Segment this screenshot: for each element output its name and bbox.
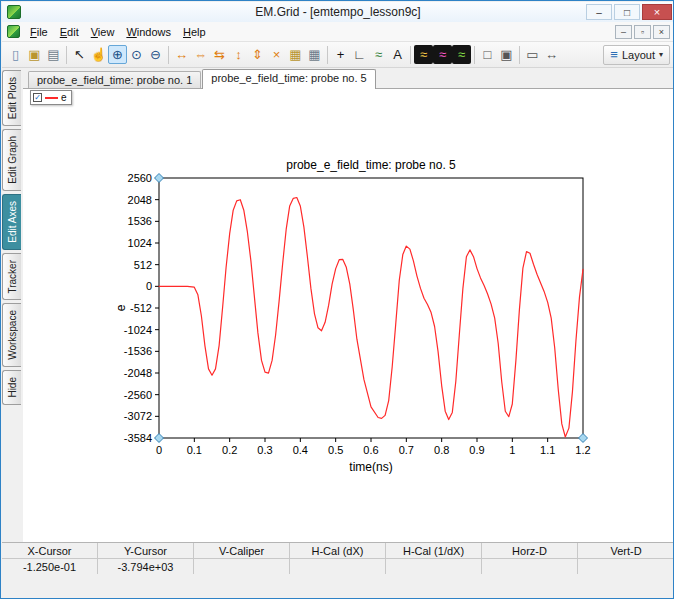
y-tick-label: -2048 [124,367,152,379]
legend-box[interactable]: ✓ e [30,90,72,105]
legend-label: e [61,92,67,103]
x-tick-label: 0.6 [363,444,378,456]
toolbar-separator [410,46,411,64]
plot-tab-bar: probe_e_field_time: probe no. 1probe_e_f… [23,68,674,89]
zoom-in-icon[interactable]: ⊕ [108,45,127,64]
maximize-button[interactable]: □ [614,4,640,20]
sidebar-item-tracker[interactable]: Tracker [2,253,21,301]
menu-items: FileEditViewWindowsHelp [24,24,212,40]
mdi-minimize-button[interactable]: – [615,25,632,39]
sidebar: Edit PlotsEdit GraphEdit AxesTrackerWork… [2,70,23,542]
sidebar-item-edit-axes[interactable]: Edit Axes [2,194,21,250]
titlebar[interactable]: EM.Grid - [emtempo_lesson9c] – □ × [2,2,674,22]
zoom-window-icon[interactable]: ⊙ [127,45,146,64]
x-tick-label: 1 [509,444,515,456]
x-tick-label: 1.2 [575,444,590,456]
select-cursor-icon[interactable]: ↖ [70,45,89,64]
y-tick-label: 1536 [128,215,152,227]
status-header-horz-d: Horz-D [482,543,578,558]
mdi-restore-button[interactable]: ▫ [634,25,651,39]
print-icon[interactable]: ▤ [44,45,63,64]
status-value-vert-d [578,559,674,575]
y-tick-label: -3072 [124,410,152,422]
grid-icon[interactable]: ▦ [305,45,324,64]
frame-width-icon[interactable]: ↔ [542,45,561,64]
sidebar-item-label: Hide [7,377,18,398]
fit-height-icon[interactable]: ↕ [229,45,248,64]
plot-area: ✓ e probe_e_field_time: probe no. 5etime… [23,89,674,542]
tab-probe-e-field-time-probe-no-5[interactable]: probe_e_field_time: probe no. 5 [202,69,375,89]
legend-checkbox[interactable]: ✓ [33,93,42,102]
x-tick-label: 0.3 [257,444,272,456]
layout-button-label: Layout [622,49,655,61]
fit-vertical-icon[interactable]: ⇕ [248,45,267,64]
toolbar-icons: ▯▣▤↖☝⊕⊙⊖↔⇔⇆↕⇕×▦▦+∟≈A≈≈≈□▣▭↔ [6,45,561,64]
statusbar: X-CursorY-CursorV-CaliperH-Cal (dX)H-Cal… [2,542,674,574]
empty-frame-icon[interactable]: ▭ [523,45,542,64]
sidebar-item-edit-graph[interactable]: Edit Graph [2,129,21,191]
x-tick-label: 0.9 [469,444,484,456]
sidebar-item-hide[interactable]: Hide [2,370,21,405]
menu-help[interactable]: Help [177,24,212,40]
mdi-document-icon[interactable] [7,25,20,38]
y-tick-label: -512 [130,302,152,314]
new-frame-icon[interactable]: □ [478,45,497,64]
window-title: EM.Grid - [emtempo_lesson9c] [2,5,674,19]
minimize-button[interactable]: – [586,4,612,20]
status-header-x-cursor: X-Cursor [2,543,98,558]
x-tick-label: 0.2 [222,444,237,456]
status-value-v-caliper [194,559,290,575]
status-header-v-caliper: V-Caliper [194,543,290,558]
y-tick-label: 2048 [128,194,152,206]
toolbar-separator [66,46,67,64]
status-header-h-cal-dx-: H-Cal (dX) [290,543,386,558]
x-tick-label: 0.8 [434,444,449,456]
sidebar-item-workspace[interactable]: Workspace [2,303,21,367]
new-document-icon[interactable]: ▯ [6,45,25,64]
menu-file[interactable]: File [24,24,54,40]
fit-horizontal-icon[interactable]: ⇔ [191,45,210,64]
text-annotation-icon[interactable]: A [388,45,407,64]
app-window: EM.Grid - [emtempo_lesson9c] – □ × FileE… [0,0,674,599]
mdi-minimize-icon: – [621,27,626,37]
frame-layout-icon[interactable]: ▣ [497,45,516,64]
sidebar-item-edit-plots[interactable]: Edit Plots [2,70,21,126]
y-tick-label: -2560 [124,389,152,401]
add-cursor-icon[interactable]: + [331,45,350,64]
maximize-icon: □ [624,7,630,18]
zoom-out-icon[interactable]: ⊖ [146,45,165,64]
close-button[interactable]: × [642,4,672,20]
fit-width-icon[interactable]: ↔ [172,45,191,64]
sidebar-item-label: Tracker [7,260,18,294]
menu-windows[interactable]: Windows [120,24,177,40]
status-value-y-cursor: -3.794e+03 [98,559,194,575]
curve-icon[interactable]: ≈ [369,45,388,64]
y-tick-label: 512 [134,259,152,271]
sidebar-item-label: Edit Plots [7,77,18,119]
mdi-close-button[interactable]: × [653,25,670,39]
statusbar-filler [2,574,674,599]
waveform-yellow-icon[interactable]: ≈ [414,45,433,64]
tab-probe-e-field-time-probe-no-1[interactable]: probe_e_field_time: probe no. 1 [28,71,201,88]
pan-hand-icon[interactable]: ☝ [89,45,108,64]
x-tick-label: 0.4 [293,444,308,456]
legend-line-sample [45,97,58,99]
layout-button[interactable]: ≡ Layout ▾ [603,45,670,65]
zoom-region-icon[interactable]: × [267,45,286,64]
y-tick-label: 0 [146,280,152,292]
status-header-h-cal-1-dx-: H-Cal (1/dX) [386,543,482,558]
y-tick-label: -3584 [124,432,152,444]
waveform-magenta-icon[interactable]: ≈ [433,45,452,64]
data-table-icon[interactable]: ▦ [286,45,305,64]
pan-left-right-icon[interactable]: ⇆ [210,45,229,64]
x-tick-label: 0.5 [328,444,343,456]
menu-edit[interactable]: Edit [54,24,85,40]
chart-canvas[interactable]: probe_e_field_time: probe no. 5etime(ns)… [101,141,621,481]
axes-icon[interactable]: ∟ [350,45,369,64]
open-document-icon[interactable]: ▣ [25,45,44,64]
chevron-down-icon: ▾ [659,50,663,59]
menu-view[interactable]: View [85,24,121,40]
status-value-h-cal-dx- [290,559,386,575]
minimize-icon: – [596,7,602,18]
waveform-green-icon[interactable]: ≈ [452,45,471,64]
